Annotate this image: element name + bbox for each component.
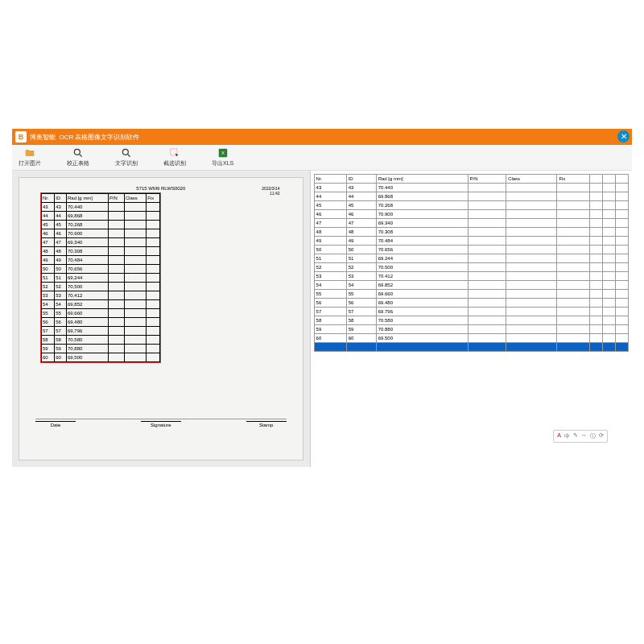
svg-text:X: X: [221, 151, 225, 155]
app-title: OCR 表格图像文字识别软件: [59, 133, 139, 142]
grid-col-header[interactable]: Nr.: [314, 175, 346, 184]
folder-icon: [24, 147, 35, 159]
scan-col-header: ID: [55, 194, 67, 203]
open-image-label: 打开图片: [19, 159, 41, 167]
correct-table-button[interactable]: 校正表格: [67, 147, 89, 167]
scan-row: 444469,868: [42, 212, 160, 221]
scan-table-selection[interactable]: Nr.IDRad [g mm]P/NClassFix 434370,440444…: [40, 192, 161, 363]
scan-col-header: Nr.: [42, 194, 55, 203]
scan-row: 545469,852: [42, 300, 160, 309]
scan-row: 494970,484: [42, 256, 160, 265]
table-row[interactable]: 464670.900: [314, 210, 628, 219]
scan-footer-date: Date: [35, 421, 76, 427]
grid-col-empty[interactable]: [616, 175, 629, 184]
result-table[interactable]: Nr.IDRad [g mm]P/NClassFix 434370.440444…: [314, 174, 629, 352]
close-button[interactable]: ✕: [617, 130, 630, 142]
table-row[interactable]: 535370.412: [314, 272, 628, 281]
table-row[interactable]: 555569.660: [314, 290, 628, 299]
mini-tool-0[interactable]: A: [557, 432, 561, 440]
scan-row: 565669,480: [42, 318, 160, 327]
scan-row: 535370,412: [42, 291, 160, 300]
scan-row: 454570,268: [42, 221, 160, 229]
scan-row: 474769,340: [42, 238, 160, 247]
table-row[interactable]: 606069.500: [314, 334, 628, 343]
crop-ocr-label: 截选识别: [163, 159, 186, 167]
grid-col-header[interactable]: ID: [346, 175, 376, 184]
mini-tool-5[interactable]: ⟳: [599, 432, 604, 440]
title-bar: B 博奥智能 OCR 表格图像文字识别软件 ✕: [12, 129, 632, 145]
scan-row: 595970,880: [42, 345, 160, 353]
scan-row: 555569,660: [42, 309, 160, 318]
grid-col-header[interactable]: P/N: [468, 175, 506, 184]
grid-col-header[interactable]: Class: [506, 175, 557, 184]
scan-col-header: Class: [124, 194, 146, 203]
brand-logo-icon: B: [15, 131, 27, 142]
scan-row: 606069,500: [42, 353, 160, 362]
export-xls-label: 导出XLS: [212, 159, 233, 167]
crop-ocr-button[interactable]: 截选识别: [163, 147, 186, 167]
result-grid-pane: Nr.IDRad [g mm]P/NClassFix 434370.440444…: [310, 171, 632, 467]
scan-preview-pane: 5715 WM9 RLWS0020 2022/3/14 11:42 Nr.IDR…: [12, 171, 310, 467]
table-row[interactable]: 585870.580: [314, 316, 628, 325]
grid-col-header[interactable]: Rad [g mm]: [376, 175, 468, 184]
scan-row: 515169,244: [42, 274, 160, 283]
export-xls-button[interactable]: X 导出XLS: [212, 147, 233, 167]
editor-mini-toolbar: A中✎↔ⓘ⟳: [553, 430, 608, 443]
table-row[interactable]: 434370.440: [314, 184, 628, 192]
scan-col-header: P/N: [108, 194, 124, 203]
text-ocr-button[interactable]: 文字识别: [115, 147, 138, 167]
table-row[interactable]: 545469.852: [314, 281, 628, 290]
brand-name: 博奥智能: [30, 133, 56, 142]
mini-tool-1[interactable]: 中: [564, 432, 570, 440]
table-row[interactable]: 515169.244: [314, 254, 628, 263]
scan-row: 484870,308: [42, 247, 160, 256]
scan-row: 464670,900: [42, 229, 160, 238]
scan-col-header: Fix: [147, 194, 160, 203]
mini-tool-2[interactable]: ✎: [573, 432, 578, 440]
scan-footer: Date Signature Stamp: [35, 419, 287, 427]
table-row[interactable]: 484870.308: [314, 228, 628, 237]
scan-doc-date: 2022/3/14 11:42: [262, 186, 279, 196]
app-window: B 博奥智能 OCR 表格图像文字识别软件 ✕ 打开图片 校正表格 文字识别 截…: [12, 129, 632, 467]
mini-tool-3[interactable]: ↔: [581, 432, 587, 440]
magnify-icon: [121, 147, 132, 159]
mini-tool-4[interactable]: ⓘ: [590, 432, 596, 440]
scan-doc-code: 5715 WM9 RLWS0020: [136, 186, 185, 191]
open-image-button[interactable]: 打开图片: [19, 147, 41, 167]
table-row[interactable]: 565669.480: [314, 299, 628, 308]
table-row[interactable]: 454570.268: [314, 201, 628, 210]
scan-row: 575769,796: [42, 327, 160, 336]
scan-footer-signature: Signature: [141, 421, 181, 427]
table-row[interactable]: 575769.796: [314, 308, 628, 316]
scan-source-table: Nr.IDRad [g mm]P/NClassFix 434370,440444…: [41, 193, 160, 362]
table-row[interactable]: 505070.656: [314, 246, 628, 254]
svg-point-1: [122, 149, 128, 155]
scan-footer-stamp: Stamp: [246, 421, 287, 427]
magnify-icon: [72, 147, 84, 159]
scan-doc-header: 5715 WM9 RLWS0020 2022/3/14 11:42: [34, 186, 288, 191]
grid-col-empty[interactable]: [590, 175, 603, 184]
select-icon: [169, 147, 180, 159]
main-area: 5715 WM9 RLWS0020 2022/3/14 11:42 Nr.IDR…: [12, 171, 632, 467]
grid-col-header[interactable]: Fix: [557, 175, 590, 184]
scan-row: 585870,580: [42, 336, 160, 345]
svg-point-0: [74, 149, 80, 155]
grid-col-empty[interactable]: [603, 175, 616, 184]
table-row-selected[interactable]: [314, 343, 628, 352]
scanned-document: 5715 WM9 RLWS0020 2022/3/14 11:42 Nr.IDR…: [19, 177, 303, 460]
toolbar: 打开图片 校正表格 文字识别 截选识别 X 导出XLS: [12, 145, 632, 171]
scan-row: 434370,440: [42, 203, 160, 212]
table-row[interactable]: 525270.500: [314, 263, 628, 272]
correct-table-label: 校正表格: [67, 159, 89, 167]
table-row[interactable]: 474769.340: [314, 219, 628, 228]
scan-row: 525270,500: [42, 283, 160, 291]
scan-col-header: Rad [g mm]: [67, 194, 109, 203]
table-row[interactable]: 494970.484: [314, 237, 628, 246]
table-row[interactable]: 444469.868: [314, 192, 628, 201]
scan-row: 505070,656: [42, 265, 160, 274]
excel-icon: X: [217, 147, 229, 159]
table-row[interactable]: 595970.880: [314, 325, 628, 334]
text-ocr-label: 文字识别: [115, 159, 138, 167]
